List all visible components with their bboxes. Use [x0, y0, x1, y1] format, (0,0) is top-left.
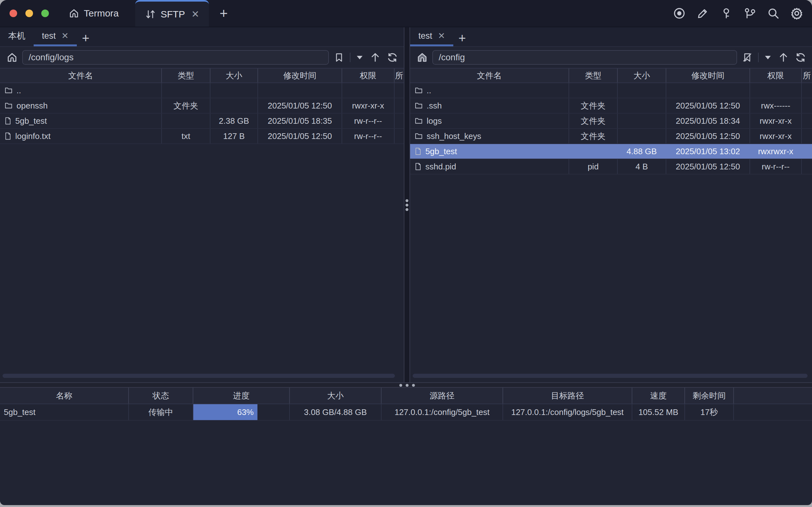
transfer-column-header-进度[interactable]: 进度 [193, 388, 290, 404]
branch-icon[interactable] [742, 5, 758, 21]
up-arrow-icon[interactable] [368, 50, 382, 64]
file-size-cell: 4 B [618, 159, 666, 174]
folder-icon [4, 101, 13, 110]
pane-tab-test[interactable]: test✕ [34, 27, 77, 46]
local-pane: 本机test✕+ /config/logs [0, 27, 404, 382]
zoom-window-button[interactable] [41, 9, 49, 17]
file-owner-cell [394, 83, 404, 98]
file-row[interactable]: .ssh文件夹2025/01/05 12:50rwx------ [410, 98, 812, 114]
file-size-cell [618, 98, 666, 113]
caret-down-icon[interactable] [762, 50, 773, 64]
transfer-panel-splitter[interactable] [0, 382, 812, 388]
column-header-文件名[interactable]: 文件名 [410, 68, 569, 82]
caret-down-icon[interactable] [354, 50, 365, 64]
refresh-icon[interactable] [385, 50, 399, 64]
home-outline-icon[interactable] [5, 50, 19, 64]
left-path-input[interactable]: /config/logs [22, 50, 329, 65]
new-main-tab-button[interactable]: + [220, 6, 228, 20]
pane-tab-本机[interactable]: 本机 [0, 27, 34, 46]
file-owner-cell [394, 129, 404, 144]
up-arrow-icon[interactable] [776, 50, 791, 64]
file-name-label: ssh_host_keys [427, 131, 481, 141]
file-row[interactable]: 5gb_test4.88 GB2025/01/05 13:02rwxrwxr-x [410, 144, 812, 159]
tab-termora-home[interactable]: Termora [68, 8, 119, 19]
column-header-修改时间[interactable]: 修改时间 [258, 68, 342, 82]
tab-sftp[interactable]: SFTP ✕ [135, 0, 209, 26]
transfer-progress-cell: 63% [193, 404, 290, 420]
close-pane-tab-icon[interactable]: ✕ [62, 32, 69, 40]
settings-icon[interactable] [789, 5, 805, 21]
file-perm-cell: rwx------ [750, 98, 802, 113]
app-tab-label: Termora [84, 8, 119, 19]
transfer-column-header-目标路径[interactable]: 目标路径 [503, 388, 632, 404]
file-name-cell: openssh [0, 98, 162, 113]
file-row[interactable]: 5gb_test2.38 GB2025/01/05 18:35rw-r--r-- [0, 114, 404, 129]
transfer-row[interactable]: 5gb_test传输中63%3.08 GB/4.88 GB127.0.0.1:/… [0, 404, 812, 421]
file-modified-cell: 2025/01/05 12:50 [258, 129, 342, 144]
transfer-column-header-状态[interactable]: 状态 [129, 388, 193, 404]
new-pane-tab-button[interactable]: + [453, 32, 469, 46]
right-path-input[interactable]: /config [432, 50, 737, 65]
file-row[interactable]: .. [410, 83, 812, 98]
file-icon [4, 131, 12, 141]
transfer-empty-cell [734, 404, 812, 420]
transfer-column-header-剩余时间[interactable]: 剩余时间 [685, 388, 734, 404]
file-owner-cell [394, 98, 404, 113]
file-modified-cell: 2025/01/05 12:50 [666, 159, 750, 174]
transfer-column-header-empty [734, 388, 812, 404]
bookmark-slash-icon[interactable] [740, 50, 754, 64]
column-header-类型[interactable]: 类型 [569, 68, 618, 82]
transfer-column-header-大小[interactable]: 大小 [290, 388, 382, 404]
file-row[interactable]: ssh_host_keys文件夹2025/01/05 12:50rwxr-xr-… [410, 129, 812, 144]
file-row[interactable]: logs文件夹2025/01/05 18:34rwxr-xr-x [410, 114, 812, 129]
file-row[interactable]: loginfo.txttxt127 B2025/01/05 12:50rw-r-… [0, 129, 404, 144]
file-row[interactable]: sshd.pidpid4 B2025/01/05 12:50rw-r--r-- [410, 159, 812, 174]
transfer-column-header-速度[interactable]: 速度 [632, 388, 685, 404]
column-header-权限[interactable]: 权限 [342, 68, 394, 82]
key-icon[interactable] [718, 5, 735, 21]
left-horizontal-scrollbar[interactable] [3, 374, 395, 378]
right-horizontal-scrollbar[interactable] [413, 374, 808, 378]
file-row[interactable]: openssh文件夹2025/01/05 12:50rwxr-xr-x [0, 98, 404, 114]
folder-icon [4, 86, 13, 95]
close-window-button[interactable] [9, 9, 17, 17]
transfer-speed-cell: 105.52 MB [632, 404, 685, 420]
new-pane-tab-button[interactable]: + [77, 32, 92, 46]
column-header-大小[interactable]: 大小 [618, 68, 666, 82]
transfer-remaining-cell: 17秒 [685, 404, 734, 420]
column-header-修改时间[interactable]: 修改时间 [666, 68, 750, 82]
transfer-size-cell: 3.08 GB/4.88 GB [290, 404, 382, 420]
column-header-权限[interactable]: 权限 [750, 68, 802, 82]
file-row[interactable]: .. [0, 83, 404, 98]
file-name-cell: .ssh [410, 98, 569, 113]
file-icon [414, 147, 422, 156]
column-header-所[interactable]: 所 [394, 68, 404, 82]
file-perm-cell [342, 83, 394, 98]
bookmark-icon[interactable] [332, 50, 346, 64]
column-header-所[interactable]: 所 [802, 68, 812, 82]
file-modified-cell [666, 83, 750, 98]
transfer-column-header-源路径[interactable]: 源路径 [382, 388, 503, 404]
close-sftp-tab-icon[interactable]: ✕ [192, 9, 199, 19]
transfer-column-header-名称[interactable]: 名称 [0, 388, 129, 404]
column-header-文件名[interactable]: 文件名 [0, 68, 162, 82]
column-header-大小[interactable]: 大小 [210, 68, 258, 82]
left-pane-tabstrip: 本机test✕+ [0, 27, 404, 47]
minimize-window-button[interactable] [25, 9, 33, 17]
record-icon[interactable] [671, 5, 688, 21]
file-owner-cell [394, 114, 404, 128]
search-icon[interactable] [765, 5, 781, 21]
refresh-icon[interactable] [794, 50, 808, 64]
pencil-icon[interactable] [695, 5, 711, 21]
file-name-label: logs [427, 116, 442, 126]
pane-tab-test[interactable]: test✕ [410, 27, 453, 46]
home-filled-icon[interactable] [415, 50, 429, 64]
column-header-类型[interactable]: 类型 [162, 68, 210, 82]
file-perm-cell: rwxrwxr-x [750, 144, 802, 159]
file-name-cell: 5gb_test [0, 114, 162, 128]
pane-splitter[interactable] [404, 27, 410, 382]
file-owner-cell [802, 129, 812, 144]
folder-icon [414, 101, 424, 110]
file-name-cell: .. [410, 83, 569, 98]
close-pane-tab-icon[interactable]: ✕ [438, 32, 445, 40]
